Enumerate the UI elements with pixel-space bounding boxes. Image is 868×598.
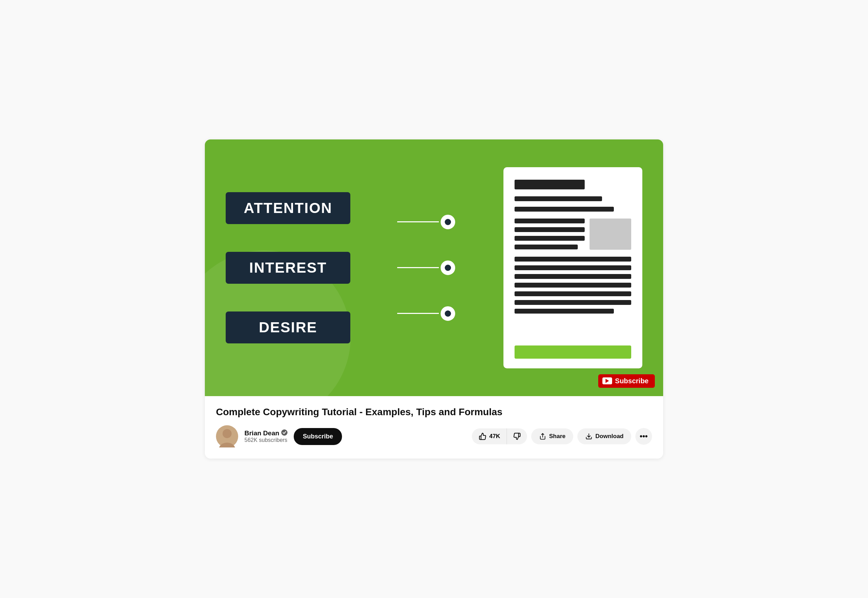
line-h-desire xyxy=(397,313,439,314)
subscribe-button[interactable]: Subscribe xyxy=(294,428,342,445)
share-label: Share xyxy=(549,433,565,440)
doc-line-10 xyxy=(514,283,631,287)
channel-name-text: Brian Dean xyxy=(244,429,279,437)
download-label: Download xyxy=(595,433,624,440)
doc-lines-left xyxy=(514,218,585,250)
subscribe-badge-label: Subscribe xyxy=(615,377,649,385)
doc-line-9 xyxy=(514,274,631,279)
share-button[interactable]: Share xyxy=(531,428,573,444)
doc-line-4 xyxy=(514,227,585,232)
video-card: ATTENTION INTEREST DESIRE xyxy=(205,139,663,459)
doc-line-7 xyxy=(514,257,631,262)
video-title: Complete Copywriting Tutorial - Examples… xyxy=(216,406,652,418)
doc-title-bar xyxy=(514,180,585,189)
like-dislike-group: 47K xyxy=(472,428,527,444)
doc-line-1 xyxy=(514,196,602,201)
doc-image-placeholder xyxy=(589,218,631,250)
video-thumbnail[interactable]: ATTENTION INTEREST DESIRE xyxy=(205,139,663,396)
thumbs-down-icon xyxy=(513,432,521,440)
doc-line-6 xyxy=(514,245,578,250)
line-h-attention xyxy=(397,221,439,222)
circle-attention xyxy=(439,213,457,231)
avatar[interactable] xyxy=(216,425,238,447)
svg-point-1 xyxy=(223,429,232,438)
download-button[interactable]: Download xyxy=(577,428,631,444)
interest-label: INTEREST xyxy=(226,252,350,284)
doc-line-5 xyxy=(514,236,585,241)
ellipsis-icon: ••• xyxy=(640,432,648,441)
dislike-button[interactable] xyxy=(507,428,527,444)
connector-lines xyxy=(397,213,457,323)
more-options-button[interactable]: ••• xyxy=(636,428,652,445)
attention-label: ATTENTION xyxy=(226,192,350,224)
thumbnail-subscribe-badge[interactable]: Subscribe xyxy=(598,374,655,388)
verified-icon xyxy=(281,429,288,437)
share-icon xyxy=(539,432,547,440)
checkmark-icon xyxy=(281,429,288,436)
circle-desire xyxy=(439,305,457,323)
doc-line-13 xyxy=(514,309,614,314)
subscribers-count: 562K subscribers xyxy=(244,437,288,443)
document-mockup xyxy=(504,167,642,368)
label-list: ATTENTION INTEREST DESIRE xyxy=(226,192,350,343)
doc-line-3 xyxy=(514,218,585,223)
connector-interest xyxy=(397,259,457,277)
like-button[interactable]: 47K xyxy=(472,428,507,444)
svg-point-3 xyxy=(281,429,288,436)
channel-name: Brian Dean xyxy=(244,429,288,437)
circle-interest xyxy=(439,259,457,277)
meta-row: Brian Dean 562K subscribers Subscribe xyxy=(216,425,652,447)
connector-desire xyxy=(397,305,457,323)
like-count: 47K xyxy=(489,433,500,440)
download-icon xyxy=(585,432,593,440)
doc-line-12 xyxy=(514,300,631,305)
play-triangle-icon xyxy=(606,379,609,383)
connector-attention xyxy=(397,213,457,231)
action-buttons: 47K Share xyxy=(472,428,652,445)
channel-text: Brian Dean 562K subscribers xyxy=(244,429,288,443)
doc-line-11 xyxy=(514,292,631,296)
doc-line-8 xyxy=(514,265,631,270)
doc-cta-bar xyxy=(514,345,631,359)
line-h-interest xyxy=(397,267,439,268)
thumbs-up-icon xyxy=(479,432,486,440)
desire-label: DESIRE xyxy=(226,311,350,343)
doc-bottom-lines xyxy=(514,257,631,340)
youtube-logo-icon xyxy=(603,377,612,384)
avatar-image xyxy=(216,425,238,447)
doc-mid-section xyxy=(514,218,631,250)
video-info-section: Complete Copywriting Tutorial - Examples… xyxy=(205,396,663,459)
doc-line-2 xyxy=(514,207,614,212)
